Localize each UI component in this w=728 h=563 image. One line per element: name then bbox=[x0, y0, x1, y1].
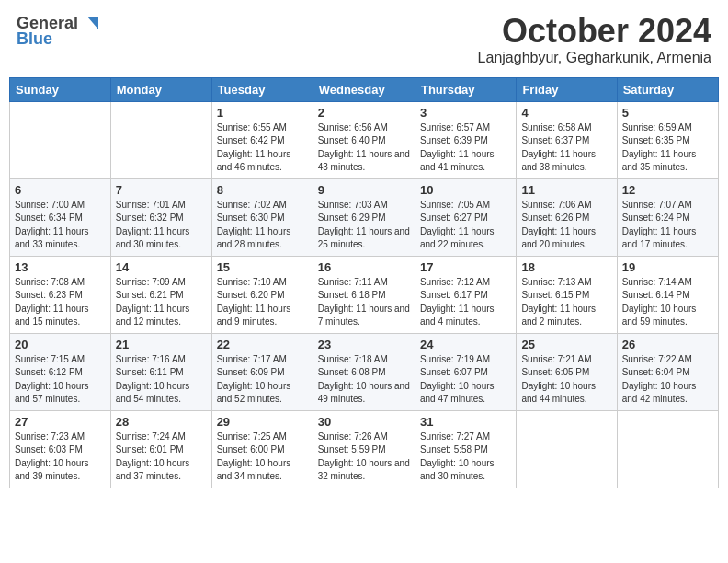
daylight-text: Daylight: 11 hours and 33 minutes. bbox=[15, 225, 106, 252]
sunset-text: Sunset: 5:59 PM bbox=[318, 443, 410, 457]
daylight-text: Daylight: 10 hours and 30 minutes. bbox=[420, 457, 511, 484]
sunset-text: Sunset: 6:09 PM bbox=[217, 366, 308, 380]
day-number: 10 bbox=[420, 183, 511, 197]
sunset-text: Sunset: 6:18 PM bbox=[318, 289, 410, 303]
week-row-4: 20Sunrise: 7:15 AMSunset: 6:12 PMDayligh… bbox=[10, 333, 719, 410]
calendar-cell: 28Sunrise: 7:24 AMSunset: 6:01 PMDayligh… bbox=[110, 410, 211, 488]
header-wednesday: Wednesday bbox=[313, 77, 415, 101]
daylight-text: Daylight: 10 hours and 44 minutes. bbox=[521, 380, 611, 407]
day-info: Sunrise: 7:01 AMSunset: 6:32 PMDaylight:… bbox=[116, 199, 207, 252]
daylight-text: Daylight: 11 hours and 35 minutes. bbox=[622, 148, 713, 175]
sunrise-text: Sunrise: 7:18 AM bbox=[318, 353, 410, 367]
day-info: Sunrise: 7:10 AMSunset: 6:20 PMDaylight:… bbox=[217, 276, 308, 329]
day-number: 8 bbox=[217, 183, 308, 197]
calendar-cell: 29Sunrise: 7:25 AMSunset: 6:00 PMDayligh… bbox=[211, 410, 313, 488]
title-section: October 2024 Lanjaghbyur, Gegharkunik, A… bbox=[478, 13, 711, 66]
sunrise-text: Sunrise: 7:14 AM bbox=[622, 276, 713, 290]
sunrise-text: Sunrise: 6:57 AM bbox=[420, 121, 511, 135]
day-info: Sunrise: 7:06 AMSunset: 6:26 PMDaylight:… bbox=[521, 199, 611, 252]
day-info: Sunrise: 6:56 AMSunset: 6:40 PMDaylight:… bbox=[318, 121, 410, 175]
header-monday: Monday bbox=[110, 77, 211, 101]
sunrise-text: Sunrise: 7:02 AM bbox=[217, 199, 308, 213]
day-number: 24 bbox=[420, 338, 511, 351]
day-info: Sunrise: 7:15 AMSunset: 6:12 PMDaylight:… bbox=[15, 353, 106, 407]
sunset-text: Sunset: 6:21 PM bbox=[116, 289, 207, 303]
day-info: Sunrise: 7:21 AMSunset: 6:05 PMDaylight:… bbox=[521, 353, 611, 407]
daylight-text: Daylight: 10 hours and 39 minutes. bbox=[15, 457, 106, 484]
day-number: 25 bbox=[521, 338, 611, 351]
sunrise-text: Sunrise: 7:11 AM bbox=[318, 276, 410, 290]
week-row-3: 13Sunrise: 7:08 AMSunset: 6:23 PMDayligh… bbox=[10, 256, 719, 333]
sunrise-text: Sunrise: 7:23 AM bbox=[15, 431, 106, 444]
day-number: 28 bbox=[116, 415, 207, 429]
day-number: 29 bbox=[217, 415, 308, 429]
sunrise-text: Sunrise: 7:22 AM bbox=[622, 353, 713, 367]
daylight-text: Daylight: 10 hours and 34 minutes. bbox=[217, 457, 308, 484]
month-title: October 2024 bbox=[478, 13, 711, 50]
sunrise-text: Sunrise: 7:21 AM bbox=[521, 353, 611, 367]
calendar-cell: 15Sunrise: 7:10 AMSunset: 6:20 PMDayligh… bbox=[211, 256, 313, 333]
calendar-cell: 23Sunrise: 7:18 AMSunset: 6:08 PMDayligh… bbox=[313, 333, 415, 410]
sunset-text: Sunset: 6:23 PM bbox=[15, 289, 106, 303]
daylight-text: Daylight: 11 hours and 9 minutes. bbox=[217, 303, 308, 329]
day-info: Sunrise: 6:55 AMSunset: 6:42 PMDaylight:… bbox=[217, 121, 308, 175]
sunset-text: Sunset: 6:14 PM bbox=[622, 289, 713, 303]
sunset-text: Sunset: 6:35 PM bbox=[622, 134, 713, 148]
sunrise-text: Sunrise: 7:12 AM bbox=[420, 276, 511, 290]
calendar-cell: 14Sunrise: 7:09 AMSunset: 6:21 PMDayligh… bbox=[110, 256, 211, 333]
day-number: 2 bbox=[318, 106, 410, 120]
sunrise-text: Sunrise: 6:58 AM bbox=[521, 121, 611, 135]
sunrise-text: Sunrise: 7:00 AM bbox=[15, 199, 106, 213]
day-number: 7 bbox=[116, 183, 207, 197]
calendar-cell: 30Sunrise: 7:26 AMSunset: 5:59 PMDayligh… bbox=[313, 410, 415, 488]
daylight-text: Daylight: 11 hours and 28 minutes. bbox=[217, 225, 308, 252]
calendar-cell: 11Sunrise: 7:06 AMSunset: 6:26 PMDayligh… bbox=[517, 178, 617, 256]
calendar-cell bbox=[517, 410, 617, 488]
calendar-cell: 19Sunrise: 7:14 AMSunset: 6:14 PMDayligh… bbox=[617, 256, 718, 333]
sunset-text: Sunset: 6:11 PM bbox=[116, 366, 207, 380]
sunset-text: Sunset: 6:34 PM bbox=[15, 212, 106, 225]
calendar-cell: 27Sunrise: 7:23 AMSunset: 6:03 PMDayligh… bbox=[10, 410, 111, 488]
daylight-text: Daylight: 10 hours and 59 minutes. bbox=[622, 303, 713, 329]
logo: General Blue bbox=[17, 13, 100, 49]
daylight-text: Daylight: 11 hours and 30 minutes. bbox=[116, 225, 207, 252]
sunset-text: Sunset: 5:58 PM bbox=[420, 443, 511, 457]
calendar-cell: 2Sunrise: 6:56 AMSunset: 6:40 PMDaylight… bbox=[313, 101, 415, 178]
sunset-text: Sunset: 6:05 PM bbox=[521, 366, 611, 380]
sunset-text: Sunset: 6:32 PM bbox=[116, 212, 207, 225]
calendar-table: SundayMondayTuesdayWednesdayThursdayFrid… bbox=[9, 77, 719, 488]
sunset-text: Sunset: 6:37 PM bbox=[521, 134, 611, 148]
daylight-text: Daylight: 11 hours and 43 minutes. bbox=[318, 148, 410, 175]
daylight-text: Daylight: 11 hours and 41 minutes. bbox=[420, 148, 511, 175]
sunset-text: Sunset: 6:00 PM bbox=[217, 443, 308, 457]
header-saturday: Saturday bbox=[617, 77, 718, 101]
day-number: 15 bbox=[217, 260, 308, 274]
sunrise-text: Sunrise: 7:07 AM bbox=[622, 199, 713, 213]
day-info: Sunrise: 7:25 AMSunset: 6:00 PMDaylight:… bbox=[217, 431, 308, 484]
calendar-cell: 18Sunrise: 7:13 AMSunset: 6:15 PMDayligh… bbox=[517, 256, 617, 333]
day-info: Sunrise: 7:19 AMSunset: 6:07 PMDaylight:… bbox=[420, 353, 511, 407]
daylight-text: Daylight: 10 hours and 49 minutes. bbox=[318, 380, 410, 407]
day-info: Sunrise: 7:08 AMSunset: 6:23 PMDaylight:… bbox=[15, 276, 106, 329]
header-thursday: Thursday bbox=[415, 77, 516, 101]
calendar-cell: 16Sunrise: 7:11 AMSunset: 6:18 PMDayligh… bbox=[313, 256, 415, 333]
day-info: Sunrise: 7:23 AMSunset: 6:03 PMDaylight:… bbox=[15, 431, 106, 484]
day-number: 12 bbox=[622, 183, 713, 197]
sunrise-text: Sunrise: 6:55 AM bbox=[217, 121, 308, 135]
sunrise-text: Sunrise: 7:06 AM bbox=[521, 199, 611, 213]
header-friday: Friday bbox=[517, 77, 617, 101]
sunset-text: Sunset: 6:24 PM bbox=[622, 212, 713, 225]
day-info: Sunrise: 7:17 AMSunset: 6:09 PMDaylight:… bbox=[217, 353, 308, 407]
sunset-text: Sunset: 6:08 PM bbox=[318, 366, 410, 380]
day-info: Sunrise: 7:07 AMSunset: 6:24 PMDaylight:… bbox=[622, 199, 713, 252]
day-info: Sunrise: 7:24 AMSunset: 6:01 PMDaylight:… bbox=[116, 431, 207, 484]
day-number: 14 bbox=[116, 260, 207, 274]
sunrise-text: Sunrise: 7:01 AM bbox=[116, 199, 207, 213]
calendar-cell: 22Sunrise: 7:17 AMSunset: 6:09 PMDayligh… bbox=[211, 333, 313, 410]
calendar-cell: 4Sunrise: 6:58 AMSunset: 6:37 PMDaylight… bbox=[517, 101, 617, 178]
day-info: Sunrise: 7:14 AMSunset: 6:14 PMDaylight:… bbox=[622, 276, 713, 329]
week-row-5: 27Sunrise: 7:23 AMSunset: 6:03 PMDayligh… bbox=[10, 410, 719, 488]
calendar-cell: 21Sunrise: 7:16 AMSunset: 6:11 PMDayligh… bbox=[110, 333, 211, 410]
daylight-text: Daylight: 10 hours and 52 minutes. bbox=[217, 380, 308, 407]
day-info: Sunrise: 7:00 AMSunset: 6:34 PMDaylight:… bbox=[15, 199, 106, 252]
